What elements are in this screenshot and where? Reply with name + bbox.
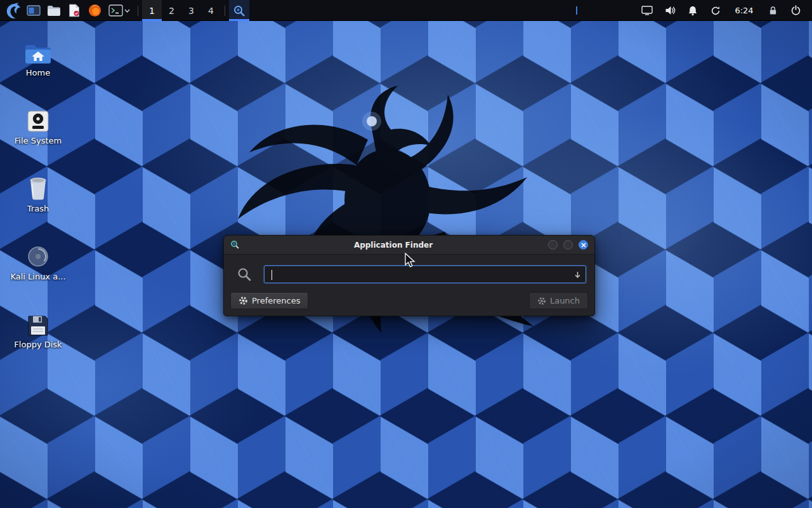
text-editor-button[interactable] — [64, 0, 84, 21]
terminal-button[interactable] — [105, 0, 134, 21]
file-system-drive-icon — [26, 103, 50, 133]
file-manager-button[interactable] — [44, 0, 64, 21]
applications-menu-button[interactable] — [2, 0, 23, 21]
sync-arrows-icon — [710, 6, 721, 16]
window-title: Application Finder — [246, 241, 541, 250]
systray-grip — [576, 6, 577, 15]
panel-separator — [138, 6, 138, 16]
desktop-icon-label: File System — [15, 137, 62, 145]
display-tray-button[interactable] — [636, 0, 658, 21]
minimize-button[interactable] — [548, 240, 558, 250]
floppy-disk-icon — [27, 307, 49, 337]
workspace-4[interactable]: 4 — [201, 0, 221, 21]
desktop-icon-label: Home — [26, 69, 50, 77]
volume-tray-button[interactable] — [658, 0, 681, 21]
launch-icon — [537, 297, 546, 305]
lock-icon — [768, 6, 778, 15]
desktop-icon-floppy-disk[interactable]: Floppy Disk — [10, 307, 66, 375]
speaker-icon — [665, 6, 676, 15]
preferences-button[interactable]: Preferences — [230, 292, 308, 309]
launch-button-label: Launch — [550, 296, 580, 305]
search-icon — [233, 4, 246, 17]
desktop-icon-label: Floppy Disk — [14, 340, 62, 349]
power-tray-button[interactable] — [784, 0, 807, 21]
kali-installer-icon — [25, 239, 51, 269]
display-icon — [641, 6, 653, 15]
window-icon — [27, 5, 41, 17]
search-input[interactable] — [265, 266, 569, 283]
search-entry — [264, 265, 586, 283]
desktop-icon-label: Kali Linux a... — [10, 272, 65, 281]
kali-logo-icon — [4, 2, 22, 19]
mouse-cursor — [404, 253, 418, 268]
screen: Home File System — [0, 0, 812, 508]
updates-tray-button[interactable] — [704, 0, 727, 21]
window-controls — [541, 240, 594, 250]
expand-button[interactable] — [569, 266, 586, 283]
clock[interactable]: 6:24 — [727, 0, 761, 21]
workspace-2[interactable]: 2 — [162, 0, 181, 21]
top-panel: 1 2 3 4 — [0, 0, 812, 21]
desktop-icon-file-system[interactable]: File System — [10, 103, 66, 171]
chevron-down-icon — [124, 9, 130, 13]
firefox-icon — [88, 4, 102, 17]
browser-button[interactable] — [84, 0, 105, 21]
app-finder-launcher-button[interactable] — [229, 0, 249, 21]
titlebar[interactable]: Application Finder — [224, 236, 594, 255]
notifications-tray-button[interactable] — [681, 0, 704, 21]
maximize-button[interactable] — [563, 240, 573, 250]
close-button[interactable] — [579, 240, 588, 250]
workspace-switcher: 1 2 3 4 — [142, 0, 221, 21]
desktop-icon-home[interactable]: Home — [10, 35, 66, 103]
app-finder-window-icon — [224, 240, 246, 250]
application-finder-window: Application Finder — [223, 235, 595, 316]
workspace-3[interactable]: 3 — [181, 0, 201, 21]
arrow-down-icon — [573, 271, 582, 279]
desktop-icon-list: Home File System — [10, 35, 66, 375]
keyring-tray-button[interactable] — [761, 0, 784, 21]
search-icon — [237, 267, 252, 282]
bell-icon — [688, 6, 698, 16]
document-icon — [69, 4, 80, 17]
desktop-icon-label: Trash — [27, 204, 49, 213]
launch-button[interactable]: Launch — [529, 292, 588, 309]
show-desktop-button[interactable] — [23, 0, 44, 21]
desktop-icon-kali-installer[interactable]: Kali Linux a... — [10, 239, 66, 307]
terminal-icon — [108, 4, 123, 17]
workspace-1[interactable]: 1 — [142, 0, 162, 21]
power-icon — [790, 5, 801, 16]
panel-separator — [225, 6, 225, 16]
gear-icon — [239, 296, 248, 305]
text-caret — [272, 270, 272, 280]
trash-can-icon — [27, 171, 49, 201]
folder-icon — [47, 5, 61, 17]
preferences-button-label: Preferences — [252, 296, 300, 305]
close-icon — [581, 243, 586, 248]
home-folder-icon — [24, 35, 52, 65]
desktop-icon-trash[interactable]: Trash — [10, 171, 66, 239]
